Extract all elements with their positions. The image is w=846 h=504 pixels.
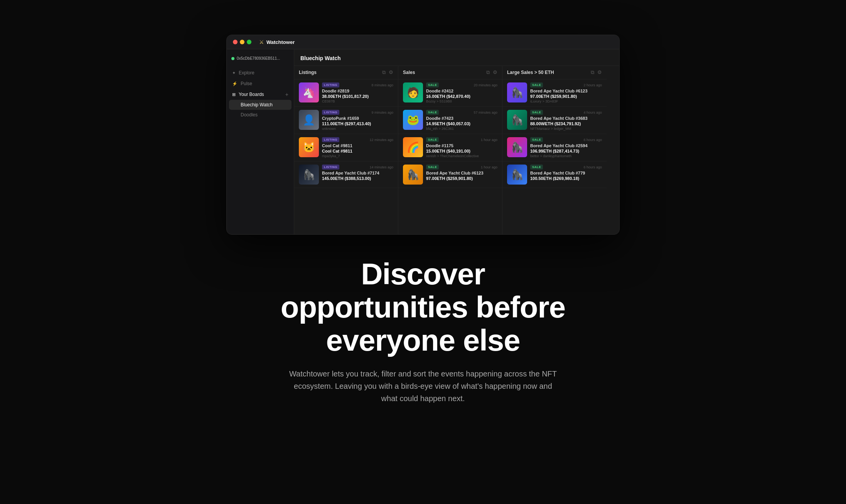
nft-thumbnail-sales-0: 🧑 (403, 82, 423, 102)
app-logo: ⚔ Watchtower (259, 39, 295, 45)
nft-name-listings-1: CryptoPunk #1659 (322, 116, 393, 121)
app-title: Watchtower (266, 39, 295, 45)
nft-from-listings-0: CE087B (322, 99, 393, 103)
nft-card-large-sales-3[interactable]: 🦍 SALE 6 hours ago Bored Ape Yacht Club … (502, 161, 607, 188)
nft-info-listings-2: LISTING 12 minutes ago Cool Cat #9811 Co… (322, 137, 393, 158)
filter-icon-large-sales[interactable]: ⚙ (597, 69, 602, 76)
wallet-text: 0x5cDbE780936EB511... (237, 56, 280, 60)
nft-card-listings-1[interactable]: 👤 LISTING 9 minutes ago CryptoPunk #1659… (294, 107, 398, 134)
nft-name-sales-2: Doodle #1175 (426, 143, 497, 148)
column-actions-large-sales: ⧉ ⚙ (591, 69, 602, 76)
nft-price-large-sales-0: 97.00ETH ($259,901.80) (530, 94, 602, 99)
nft-from-large-sales-2: bettor > danleyphantometh (530, 154, 602, 158)
wallet-address[interactable]: 0x5cDbE780936EB511... (227, 54, 294, 63)
nft-card-sales-1[interactable]: 🐸 SALE 57 minutes ago Doodle #7423 14.95… (398, 107, 502, 134)
nft-emoji-listings-1: 👤 (299, 110, 319, 130)
filter-icon-sales[interactable]: ⚙ (493, 69, 497, 76)
column-actions-listings: ⧉ ⚙ (382, 69, 393, 76)
nft-info-sales-3: SALE 1 hour ago Bored Ape Yacht Club #61… (426, 165, 497, 181)
nft-badge-sales-1: SALE (426, 110, 439, 115)
nft-emoji-listings-3: 🦍 (299, 165, 319, 185)
column-title-listings: Listings (299, 70, 317, 75)
nft-time-large-sales-2: 6 hours ago (583, 138, 602, 142)
nft-time-sales-0: 20 minutes ago (474, 83, 497, 87)
sidebar-item-explore[interactable]: ✦ Explore (227, 67, 294, 78)
nft-price-listings-2: Cool Cat #9811 (322, 149, 393, 153)
nft-info-large-sales-0: SALE 2 hours ago Bored Ape Yacht Club #6… (530, 82, 602, 103)
copy-icon-large-sales[interactable]: ⧉ (591, 69, 594, 76)
dot-yellow[interactable] (240, 40, 244, 44)
wallet-status-dot (231, 57, 234, 60)
boards-section-left: ⊞ Your Boards (232, 92, 264, 97)
nft-card-listings-0[interactable]: 🦄 LISTING 8 minutes ago Doodle #2819 38.… (294, 79, 398, 107)
nft-card-listings-3[interactable]: 🦍 LISTING 14 minutes ago Bored Ape Yacht… (294, 161, 398, 188)
sidebar: 0x5cDbE780936EB511... ✦ Explore ⚡ Pulse … (227, 49, 294, 234)
nft-badge-sales-2: SALE (426, 137, 439, 142)
nft-badge-large-sales-3: SALE (530, 165, 543, 170)
nft-time-sales-1: 57 minutes ago (474, 111, 497, 114)
nft-card-large-sales-1[interactable]: 🦍 SALE 4 hours ago Bored Ape Yacht Club … (502, 107, 607, 134)
nft-thumbnail-large-sales-1: 🦍 (507, 110, 527, 130)
nft-name-sales-1: Doodle #7423 (426, 116, 497, 121)
nft-price-large-sales-3: 100.50ETH ($269,980.18) (530, 176, 602, 181)
nft-price-sales-0: 16.00ETH ($42,870.40) (426, 94, 497, 99)
nft-card-large-sales-0[interactable]: 🦍 SALE 2 hours ago Bored Ape Yacht Club … (502, 79, 607, 107)
nft-name-listings-3: Bored Ape Yacht Club #7174 (322, 171, 393, 175)
nft-name-sales-0: Doodle #2412 (426, 89, 497, 93)
filter-icon-listings[interactable]: ⚙ (389, 69, 393, 76)
nft-thumbnail-sales-2: 🌈 (403, 137, 423, 157)
nft-card-sales-0[interactable]: 🧑 SALE 20 minutes ago Doodle #2412 16.00… (398, 79, 502, 107)
sidebar-subitem-bluechip[interactable]: Bluechip Watch (229, 100, 292, 110)
nft-price-listings-0: 38.00ETH ($101,817.20) (322, 94, 393, 99)
nft-price-large-sales-2: 106.99ETH ($287,414.73) (530, 149, 602, 153)
nft-emoji-large-sales-3: 🦍 (507, 165, 527, 185)
nft-price-large-sales-1: 88.00WETH ($234,791.92) (530, 121, 602, 126)
nft-card-sales-2[interactable]: 🌈 SALE 1 hour ago Doodle #1175 15.00ETH … (398, 134, 502, 161)
nft-price-listings-1: 111.00ETH ($297,413.40) (322, 121, 393, 126)
nft-card-top-large-sales-0: SALE 2 hours ago (530, 82, 602, 87)
nft-card-sales-3[interactable]: 🦍 SALE 1 hour ago Bored Ape Yacht Club #… (398, 161, 502, 188)
sidebar-item-pulse[interactable]: ⚡ Pulse (227, 78, 294, 89)
nft-price-sales-1: 14.95ETH ($40,057.03) (426, 121, 497, 126)
column-header-listings: Listings ⧉ ⚙ (294, 66, 398, 79)
dot-green[interactable] (247, 40, 251, 44)
nft-badge-large-sales-1: SALE (530, 110, 543, 115)
nft-card-top-large-sales-2: SALE 6 hours ago (530, 137, 602, 142)
nft-badge-large-sales-2: SALE (530, 137, 543, 142)
nft-name-listings-2: Cool Cat #9811 (322, 143, 393, 148)
nft-name-large-sales-1: Bored Ape Yacht Club #3683 (530, 116, 602, 121)
nft-emoji-sales-0: 🧑 (403, 82, 423, 102)
nft-name-sales-3: Bored Ape Yacht Club #6123 (426, 171, 497, 175)
nft-emoji-large-sales-1: 🦍 (507, 110, 527, 130)
nft-thumbnail-listings-0: 🦄 (299, 82, 319, 102)
nft-price-sales-3: 97.00ETH ($259,901.80) (426, 176, 497, 181)
grid-icon: ⊞ (232, 92, 236, 97)
nft-info-sales-0: SALE 20 minutes ago Doodle #2412 16.00ET… (426, 82, 497, 103)
nft-name-large-sales-0: Bored Ape Yacht Club #6123 (530, 89, 602, 93)
nft-thumbnail-large-sales-0: 🦍 (507, 82, 527, 102)
nft-emoji-large-sales-0: 🦍 (507, 82, 527, 102)
nft-emoji-sales-3: 🦍 (403, 165, 423, 185)
nft-price-listings-3: 145.00ETH ($388,513.00) (322, 176, 393, 181)
sidebar-section-boards[interactable]: ⊞ Your Boards + (227, 89, 294, 100)
copy-icon-sales[interactable]: ⧉ (486, 69, 490, 76)
main-content: Bluechip Watch Listings ⧉ ⚙ 🦄 (294, 49, 619, 234)
dot-red[interactable] (233, 40, 238, 44)
nft-badge-listings-3: LISTING (322, 165, 339, 170)
nft-name-large-sales-2: Bored Ape Yacht Club #2594 (530, 143, 602, 148)
nft-card-top-listings-2: LISTING 12 minutes ago (322, 137, 393, 142)
nft-time-listings-1: 9 minutes ago (371, 111, 393, 114)
nft-card-large-sales-2[interactable]: 🦍 SALE 6 hours ago Bored Ape Yacht Club … (502, 134, 607, 161)
nft-card-top-sales-2: SALE 1 hour ago (426, 137, 497, 142)
nft-from-listings-1: unknown (322, 127, 393, 131)
nft-emoji-sales-1: 🐸 (403, 110, 423, 130)
nft-from-sales-1: bfa_eth > 26C361 (426, 127, 497, 131)
sidebar-subitem-doodles[interactable]: Doodles (227, 110, 294, 120)
add-board-button[interactable]: + (285, 92, 288, 97)
nft-from-large-sales-1: NFTManiacz > ledger_MM (530, 127, 602, 131)
nft-card-listings-2[interactable]: 🐱 LISTING 12 minutes ago Cool Cat #9811 … (294, 134, 398, 161)
column-actions-sales: ⧉ ⚙ (486, 69, 497, 76)
nft-time-listings-2: 12 minutes ago (369, 138, 393, 142)
nft-time-listings-3: 14 minutes ago (369, 165, 393, 169)
copy-icon-listings[interactable]: ⧉ (382, 69, 386, 76)
